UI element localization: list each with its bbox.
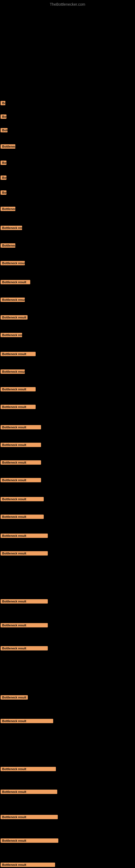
bottleneck-result-label: Bottleneck result — [1, 405, 36, 409]
result-row-31: Bottleneck result — [1, 694, 28, 701]
result-row-24: Bottleneck result — [1, 496, 44, 503]
result-row-6: Bottleneck result — [1, 175, 6, 182]
bottleneck-result-label: Bottleneck result — [1, 387, 36, 392]
result-row-35: Bottleneck result — [1, 814, 58, 822]
result-row-30: Bottleneck result — [1, 645, 48, 653]
result-row-13: Bottleneck result — [1, 297, 25, 304]
bottleneck-result-label: Bottleneck result — [1, 515, 44, 519]
result-row-1: Bottleneck result — [1, 100, 5, 107]
result-row-8: Bottleneck result — [1, 206, 15, 213]
result-row-26: Bottleneck result — [1, 532, 48, 540]
result-row-14: Bottleneck result — [1, 314, 28, 322]
bottleneck-result-label: Bottleneck result — [1, 261, 25, 265]
result-row-22: Bottleneck result — [1, 459, 41, 467]
result-row-3: Bottleneck result — [1, 127, 8, 134]
result-row-16: Bottleneck result — [1, 351, 36, 358]
result-row-19: Bottleneck result — [1, 404, 36, 411]
bottleneck-result-label: Bottleneck result — [1, 226, 22, 230]
bottleneck-result-label: Bottleneck result — [1, 838, 58, 843]
result-row-10: Bottleneck result — [1, 242, 15, 250]
result-row-33: Bottleneck result — [1, 766, 56, 773]
bottleneck-result-label: Bottleneck result — [1, 478, 41, 482]
result-row-25: Bottleneck result — [1, 514, 44, 521]
bottleneck-result-label: Bottleneck result — [1, 161, 6, 165]
result-row-27: Bottleneck result — [1, 550, 48, 558]
result-row-4: Bottleneck result — [1, 143, 15, 151]
result-row-18: Bottleneck result — [1, 386, 36, 394]
result-row-23: Bottleneck result — [1, 477, 41, 485]
site-title: TheBottlenecker.com — [0, 0, 135, 8]
result-row-11: Bottleneck result — [1, 260, 25, 268]
bottleneck-result-label: Bottleneck result — [1, 551, 48, 556]
bottleneck-result-label: Bottleneck result — [1, 533, 48, 538]
bottleneck-result-label: Bottleneck result — [1, 190, 6, 195]
result-row-37: Bottleneck result — [1, 862, 55, 868]
result-row-15: Bottleneck result — [1, 332, 22, 339]
result-row-29: Bottleneck result — [1, 622, 48, 629]
bottleneck-result-label: Bottleneck result — [1, 115, 6, 119]
bottleneck-result-label: Bottleneck result — [1, 443, 41, 447]
result-row-32: Bottleneck result — [1, 718, 53, 725]
bottleneck-result-label: Bottleneck result — [1, 646, 48, 650]
bottleneck-result-label: Bottleneck result — [1, 599, 48, 603]
bottleneck-result-label: Bottleneck result — [1, 369, 25, 374]
bottleneck-result-label: Bottleneck result — [1, 623, 48, 627]
result-row-7: Bottleneck result — [1, 189, 6, 197]
result-row-5: Bottleneck result — [1, 159, 6, 167]
bottleneck-result-label: Bottleneck result — [1, 695, 28, 700]
result-row-20: Bottleneck result — [1, 424, 41, 432]
bottleneck-result-label: Bottleneck result — [1, 176, 6, 180]
result-row-12: Bottleneck result — [1, 279, 30, 286]
result-row-21: Bottleneck result — [1, 442, 41, 449]
bottleneck-result-label: Bottleneck result — [1, 425, 41, 429]
bottleneck-result-label: Bottleneck result — [1, 789, 57, 794]
result-row-9: Bottleneck result — [1, 225, 22, 232]
bottleneck-result-label: Bottleneck result — [1, 333, 22, 337]
bottleneck-result-label: Bottleneck result — [1, 719, 53, 723]
bottleneck-result-label: Bottleneck result — [1, 243, 15, 248]
bottleneck-result-label: Bottleneck result — [1, 863, 55, 867]
bottleneck-result-label: Bottleneck result — [1, 497, 44, 501]
bottleneck-result-label: Bottleneck result — [1, 128, 8, 132]
bottleneck-result-label: Bottleneck result — [1, 207, 15, 211]
result-row-28: Bottleneck result — [1, 598, 48, 606]
bottleneck-result-label: Bottleneck result — [1, 767, 56, 771]
result-row-17: Bottleneck result — [1, 368, 25, 376]
bottleneck-result-label: Bottleneck result — [1, 298, 25, 302]
bottleneck-result-label: Bottleneck result — [1, 352, 36, 356]
bottleneck-result-label: Bottleneck result — [1, 815, 58, 819]
bottleneck-result-label: Bottleneck result — [1, 280, 30, 284]
bottleneck-result-label: Bottleneck result — [1, 460, 41, 465]
bottleneck-result-label: Bottleneck result — [1, 315, 28, 319]
bottleneck-result-label: Bottleneck result — [1, 101, 5, 105]
result-row-2: Bottleneck result — [1, 113, 6, 121]
result-row-36: Bottleneck result — [1, 837, 58, 845]
result-row-34: Bottleneck result — [1, 788, 57, 796]
bottleneck-result-label: Bottleneck result — [1, 144, 15, 149]
